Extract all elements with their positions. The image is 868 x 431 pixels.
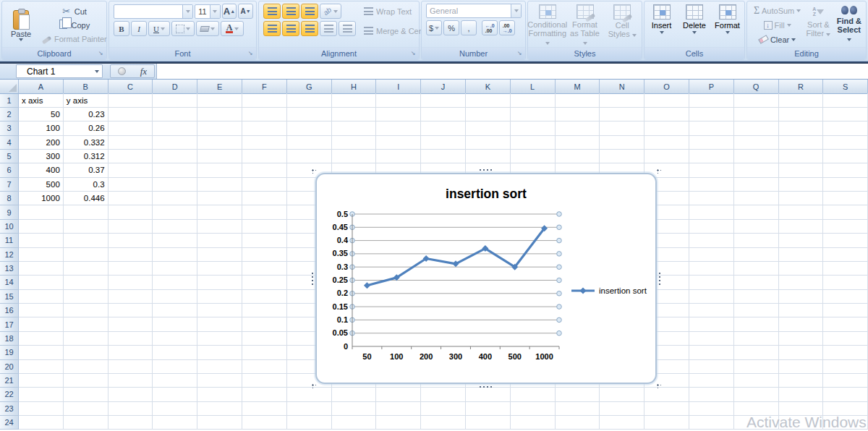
cell-E1[interactable] [197, 93, 242, 107]
cell-S10[interactable] [823, 220, 868, 234]
cell-F14[interactable] [242, 276, 287, 289]
cell-S16[interactable] [823, 304, 868, 317]
cell-P10[interactable] [689, 220, 734, 234]
cell-C24[interactable] [109, 416, 153, 430]
cell-H2[interactable] [332, 108, 377, 121]
cell-K23[interactable] [466, 402, 511, 416]
cell-C21[interactable] [109, 374, 153, 388]
cell-R12[interactable] [779, 248, 824, 262]
cell-I3[interactable] [376, 121, 421, 135]
underline-button[interactable]: U [148, 21, 170, 36]
cell-H4[interactable] [332, 136, 377, 150]
cell-C14[interactable] [109, 276, 153, 289]
cell-P13[interactable] [689, 262, 734, 276]
column-header-B[interactable]: B [64, 80, 109, 94]
cell-K5[interactable] [466, 150, 511, 163]
cell-B8[interactable]: 0.446 [64, 192, 109, 205]
decrease-decimal-button[interactable]: .00→.0 [499, 20, 515, 35]
cell-S15[interactable] [823, 290, 868, 304]
cell-Q10[interactable] [734, 220, 779, 234]
font-size-combo[interactable]: 11 [195, 4, 221, 19]
cell-A14[interactable] [19, 276, 64, 289]
cell-E4[interactable] [197, 136, 242, 150]
cell-S8[interactable] [823, 192, 868, 205]
cell-R2[interactable] [779, 108, 824, 121]
cell-I23[interactable] [376, 402, 421, 416]
chart-resize-handle-top[interactable] [480, 169, 492, 171]
cell-C12[interactable] [109, 248, 153, 262]
cell-F5[interactable] [242, 150, 287, 163]
font-size-dropdown[interactable] [210, 5, 220, 18]
row-header-13[interactable]: 13 [0, 262, 19, 276]
cell-B1[interactable]: y axis [64, 93, 109, 107]
cell-F20[interactable] [242, 360, 287, 374]
cell-D2[interactable] [153, 108, 197, 121]
cell-C20[interactable] [109, 360, 153, 374]
cell-A20[interactable] [19, 360, 64, 374]
cell-C6[interactable] [109, 163, 153, 177]
cell-S19[interactable] [823, 346, 868, 359]
cell-styles-button[interactable]: CellStyles [604, 4, 640, 47]
row-header-17[interactable]: 17 [0, 317, 19, 331]
cell-O5[interactable] [644, 150, 689, 163]
cell-P24[interactable] [689, 416, 734, 430]
cell-R6[interactable] [779, 163, 824, 177]
cell-F23[interactable] [242, 402, 287, 416]
cell-E18[interactable] [197, 332, 242, 346]
decrease-indent-button[interactable] [320, 21, 337, 36]
cell-S4[interactable] [823, 136, 868, 150]
cell-D4[interactable] [153, 136, 197, 150]
find-select-button[interactable]: Find &Select [834, 4, 864, 47]
cell-E16[interactable] [197, 304, 242, 317]
cell-F7[interactable] [242, 178, 287, 192]
cell-A22[interactable] [19, 388, 64, 401]
cell-S3[interactable] [823, 121, 868, 135]
cell-D6[interactable] [153, 163, 197, 177]
cell-D3[interactable] [153, 121, 197, 135]
row-header-22[interactable]: 22 [0, 388, 19, 401]
cell-S11[interactable] [823, 234, 868, 247]
column-header-D[interactable]: D [153, 80, 197, 94]
chart-object[interactable]: insertion sort00.050.10.150.20.250.30.35… [315, 173, 657, 384]
cell-L24[interactable] [511, 416, 556, 430]
cell-M24[interactable] [556, 416, 600, 430]
cell-D8[interactable] [153, 192, 197, 205]
cell-D10[interactable] [153, 220, 197, 234]
column-header-O[interactable]: O [644, 80, 689, 94]
cell-F8[interactable] [242, 192, 287, 205]
chart-resize-handle-bottom[interactable] [480, 386, 492, 388]
cell-O23[interactable] [644, 402, 689, 416]
column-header-F[interactable]: F [242, 80, 287, 94]
cell-L23[interactable] [511, 402, 556, 416]
cell-Q7[interactable] [734, 178, 779, 192]
cell-C1[interactable] [109, 93, 153, 107]
cell-D24[interactable] [153, 416, 197, 430]
cell-F24[interactable] [242, 416, 287, 430]
cell-F21[interactable] [242, 374, 287, 388]
cell-A18[interactable] [19, 332, 64, 346]
cell-P18[interactable] [689, 332, 734, 346]
cell-E7[interactable] [197, 178, 242, 192]
cell-E3[interactable] [197, 121, 242, 135]
font-name-combo[interactable] [114, 4, 193, 19]
cell-F22[interactable] [242, 388, 287, 401]
cell-E8[interactable] [197, 192, 242, 205]
cell-B13[interactable] [64, 262, 109, 276]
cell-N2[interactable] [600, 108, 644, 121]
column-header-P[interactable]: P [689, 80, 734, 94]
cell-B19[interactable] [64, 346, 109, 359]
cell-S20[interactable] [823, 360, 868, 374]
cell-Q20[interactable] [734, 360, 779, 374]
cell-C15[interactable] [109, 290, 153, 304]
cell-A2[interactable]: 50 [19, 108, 64, 121]
cell-R7[interactable] [779, 178, 824, 192]
align-top-button[interactable] [263, 4, 281, 19]
clipboard-dialog-launcher-icon[interactable]: ↘ [96, 48, 105, 58]
align-center-button[interactable] [282, 21, 299, 36]
cell-C8[interactable] [109, 192, 153, 205]
insert-cells-button[interactable]: Insert [646, 4, 678, 47]
font-dialog-launcher-icon[interactable]: ↘ [246, 48, 255, 58]
cell-M4[interactable] [556, 136, 600, 150]
chart-resize-handle-bottomleft[interactable] [311, 383, 316, 388]
cell-B2[interactable]: 0.23 [64, 108, 109, 121]
